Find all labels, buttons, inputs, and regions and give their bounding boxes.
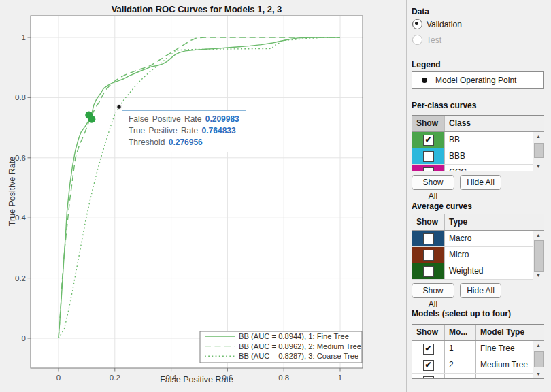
- show-checkbox[interactable]: [423, 344, 434, 355]
- triangle-up-icon: ▲: [536, 343, 541, 348]
- average-scrollbar[interactable]: ▲ ▼: [533, 231, 544, 280]
- per-class-row-bb[interactable]: BB: [412, 132, 544, 148]
- datatip-label: False Positive Rate: [129, 114, 201, 124]
- show-checkbox[interactable]: [423, 135, 434, 146]
- model-show-cell: [412, 357, 445, 373]
- datatip-row: Threshold 0.276956: [129, 137, 239, 148]
- scroll-up-button[interactable]: ▲: [533, 341, 544, 350]
- scrollbar-thumb[interactable]: [534, 240, 544, 272]
- per-class-row-bbb[interactable]: BBB: [412, 148, 544, 165]
- datatip-row: True Positive Rate 0.764833: [129, 125, 239, 137]
- chart-title: Validation ROC Curves for Models 1, 2, 3: [31, 4, 363, 14]
- radio-test-label: Test: [427, 35, 441, 45]
- average-table-header: Show Type: [412, 214, 544, 231]
- class-label: BBB: [445, 148, 544, 164]
- triangle-down-icon: ▼: [536, 164, 541, 169]
- average-section-title: Average curves: [412, 201, 472, 211]
- show-checkbox[interactable]: [423, 250, 434, 261]
- operating-point-dot-icon: [422, 78, 427, 83]
- average-row-macro[interactable]: Macro: [412, 231, 544, 247]
- radio-validation[interactable]: Validation: [412, 19, 462, 29]
- show-checkbox[interactable]: [423, 266, 434, 277]
- average-show-all-button[interactable]: Show All: [412, 283, 454, 298]
- datatip-row: False Positive Rate 0.209983: [129, 114, 239, 125]
- svg-text:0.8: 0.8: [15, 93, 26, 101]
- average-hide-all-button[interactable]: Hide All: [460, 283, 501, 298]
- average-type-label: Macro: [445, 231, 544, 246]
- triangle-down-icon: ▼: [536, 372, 541, 376]
- class-color-swatch: [412, 132, 445, 148]
- radio-circle-icon: [412, 19, 422, 29]
- model-type-column-header: Model Type: [476, 325, 544, 340]
- svg-text:0.2: 0.2: [15, 274, 26, 282]
- scroll-down-button[interactable]: ▼: [533, 271, 544, 280]
- per-class-hide-all-button[interactable]: Hide All: [460, 175, 501, 190]
- per-class-row-ccc[interactable]: CCC: [412, 165, 544, 172]
- model-show-cell: [412, 374, 445, 379]
- show-column-header: Show: [412, 325, 445, 340]
- class-column-header: Class: [445, 116, 544, 131]
- triangle-down-icon: ▼: [536, 273, 541, 278]
- radio-validation-label: Validation: [427, 20, 462, 29]
- datatip-label: True Positive Rate: [129, 126, 198, 135]
- scrollbar-thumb[interactable]: [534, 351, 544, 368]
- datatip-value: 0.764833: [202, 126, 236, 135]
- models-section-title: Models (select up to four): [412, 309, 511, 318]
- model-column-header: Mo...: [445, 325, 476, 340]
- per-class-show-all-button[interactable]: Show All: [412, 175, 454, 190]
- average-row-micro[interactable]: Micro: [412, 247, 544, 263]
- models-row-2[interactable]: 2 Medium Tree: [412, 357, 544, 374]
- average-row-weighted[interactable]: Weighted: [412, 263, 544, 280]
- show-checkbox[interactable]: [423, 151, 434, 162]
- per-class-scrollbar[interactable]: ▲ ▼: [533, 132, 544, 171]
- y-axis-label: True Positive Rate: [7, 137, 17, 246]
- average-type-label: Micro: [445, 247, 544, 263]
- average-color-swatch: [412, 247, 445, 263]
- scroll-down-button[interactable]: ▼: [533, 370, 544, 378]
- models-row-3[interactable]: [412, 374, 544, 379]
- show-checkbox[interactable]: [423, 376, 434, 379]
- class-label: BB: [445, 132, 544, 148]
- type-column-header: Type: [445, 214, 544, 230]
- triangle-up-icon: ▲: [536, 134, 541, 139]
- models-scrollbar[interactable]: ▲ ▼: [533, 341, 544, 378]
- svg-text:1: 1: [22, 33, 26, 42]
- show-checkbox[interactable]: [423, 167, 434, 172]
- average-curves-table: Show Type Macro Micro Weighted: [412, 214, 544, 280]
- class-color-swatch: [412, 165, 445, 172]
- controls-panel: Data Validation Test Legend Model Operat…: [406, 0, 551, 392]
- models-row-1[interactable]: 1 Fine Tree: [412, 341, 544, 357]
- show-column-header: Show: [412, 116, 445, 131]
- model-number: [445, 374, 476, 379]
- average-type-label: Weighted: [445, 263, 544, 279]
- models-table: Show Mo... Model Type 1 Fine Tree 2 Medi…: [412, 324, 544, 379]
- radio-test: Test: [412, 35, 441, 45]
- per-class-table-header: Show Class: [412, 116, 544, 132]
- datatip-value: 0.276956: [169, 137, 203, 147]
- scrollbar-thumb[interactable]: [534, 143, 544, 158]
- show-checkbox[interactable]: [423, 233, 434, 244]
- scroll-up-button[interactable]: ▲: [533, 231, 544, 240]
- datatip-label: Threshold: [129, 137, 165, 147]
- scroll-up-button[interactable]: ▲: [533, 132, 544, 141]
- plot-region: 00.20.40.60.8100.20.40.60.81BB (AUC = 0.…: [0, 0, 406, 392]
- models-table-header: Show Mo... Model Type: [412, 325, 544, 341]
- datatip: False Positive Rate 0.209983 True Positi…: [122, 110, 246, 152]
- class-label: CCC: [445, 165, 544, 172]
- class-color-swatch: [412, 148, 445, 164]
- average-color-swatch: [412, 231, 445, 246]
- model-show-cell: [412, 341, 445, 357]
- legend-section-title: Legend: [412, 60, 441, 69]
- operating-point-legend: Model Operating Point: [412, 71, 544, 89]
- per-class-table: Show Class BB BBB CCC: [412, 115, 544, 172]
- svg-text:BB (AUC = 0.8962), 2: Medium T: BB (AUC = 0.8962), 2: Medium Tree: [239, 342, 361, 350]
- x-axis-label: False Positive Rate: [31, 375, 363, 385]
- data-section-title: Data: [412, 7, 429, 16]
- roc-chart[interactable]: 00.20.40.60.8100.20.40.60.81BB (AUC = 0.…: [0, 0, 406, 392]
- show-checkbox[interactable]: [423, 360, 434, 371]
- datatip-value: 0.209983: [205, 114, 239, 124]
- average-color-swatch: [412, 263, 445, 279]
- svg-text:0: 0: [22, 334, 26, 342]
- scroll-down-button[interactable]: ▼: [533, 162, 544, 171]
- show-column-header: Show: [412, 214, 445, 230]
